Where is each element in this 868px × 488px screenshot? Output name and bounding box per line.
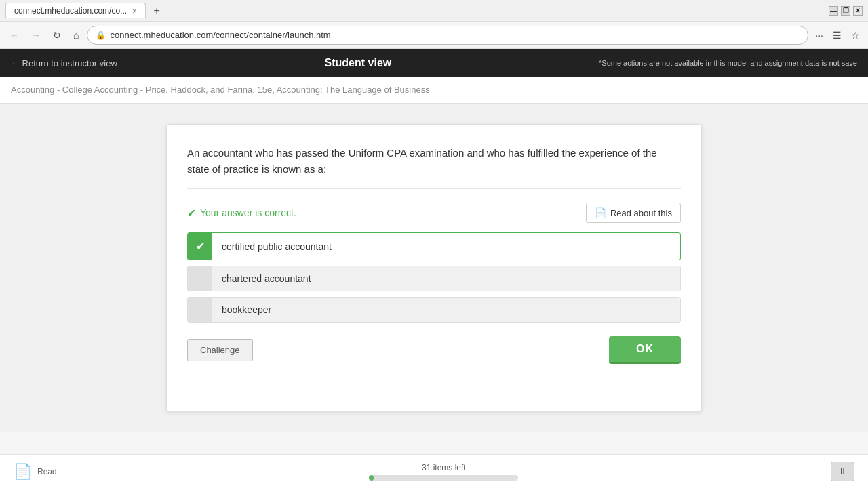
active-tab[interactable]: connect.mheducation.com/co... ×	[5, 3, 146, 18]
pocket-button[interactable]: ☰	[830, 27, 844, 43]
read-label: Read	[37, 467, 57, 476]
tab-close-button[interactable]: ×	[132, 7, 136, 15]
pause-button[interactable]: ⏸	[831, 462, 854, 481]
correct-text: Your answer is correct.	[200, 207, 296, 218]
url-text: connect.mheducation.com/connect/containe…	[110, 30, 330, 40]
browser-title-bar: connect.mheducation.com/co... × + — ❐ ✕	[0, 0, 868, 22]
breadcrumb-bar: Accounting - College Accounting - Price,…	[0, 77, 868, 104]
main-content: An accountant who has passed the Uniform…	[0, 104, 868, 432]
breadcrumb: Accounting - College Accounting - Price,…	[11, 85, 430, 95]
reload-button[interactable]: ↻	[49, 27, 65, 43]
read-about-label: Read about this	[610, 208, 672, 218]
neutral-indicator-3	[188, 298, 212, 322]
security-icon: 🔒	[96, 30, 106, 40]
answer-option-3[interactable]: bookkeeper	[187, 297, 681, 323]
progress-bar	[369, 475, 518, 481]
bottom-bar: 📄 Read 31 items left ⏸	[0, 454, 868, 488]
read-section: 📄 Read	[14, 463, 57, 481]
forward-button[interactable]: →	[27, 27, 45, 43]
challenge-button[interactable]: Challenge	[187, 339, 253, 361]
address-bar[interactable]: 🔒 connect.mheducation.com/connect/contai…	[87, 26, 808, 45]
window-controls: — ❐ ✕	[829, 6, 863, 16]
progress-section: 31 items left	[369, 463, 518, 481]
document-icon: 📄	[595, 207, 606, 218]
browser-extras: ··· ☰ ☆	[812, 27, 863, 43]
browser-chrome: connect.mheducation.com/co... × + — ❐ ✕ …	[0, 0, 868, 49]
question-text: An accountant who has passed the Uniform…	[187, 145, 681, 189]
neutral-indicator-2	[188, 266, 212, 291]
more-button[interactable]: ···	[812, 27, 826, 43]
home-button[interactable]: ⌂	[69, 27, 83, 43]
ok-button[interactable]: OK	[609, 336, 681, 364]
new-tab-button[interactable]: +	[150, 3, 164, 18]
question-card: An accountant who has passed the Uniform…	[166, 124, 702, 411]
read-about-button[interactable]: 📄 Read about this	[586, 203, 681, 223]
correct-indicator: ✔	[188, 233, 212, 260]
restore-button[interactable]: ❐	[841, 6, 850, 16]
navigation-bar: ← → ↻ ⌂ 🔒 connect.mheducation.com/connec…	[0, 22, 868, 49]
minimize-button[interactable]: —	[829, 6, 838, 16]
answer-options: ✔ certified public accountant chartered …	[187, 232, 681, 323]
bookmark-button[interactable]: ☆	[848, 27, 863, 43]
answer-option-2[interactable]: chartered accountant	[187, 266, 681, 291]
app-header: ← Return to instructor view Student view…	[0, 49, 868, 77]
action-row: Challenge OK	[187, 336, 681, 364]
close-window-button[interactable]: ✕	[853, 6, 863, 16]
answer-text-2: chartered accountant	[212, 266, 680, 291]
result-row: ✔ Your answer is correct. 📄 Read about t…	[187, 203, 681, 223]
progress-bar-fill	[369, 475, 374, 481]
tab-url: connect.mheducation.com/co...	[14, 6, 127, 16]
answer-text-3: bookkeeper	[212, 298, 680, 322]
student-view-title: Student view	[325, 57, 392, 69]
warning-message: *Some actions are not available in this …	[599, 59, 857, 67]
answer-option-1[interactable]: ✔ certified public accountant	[187, 232, 681, 260]
return-to-instructor-link[interactable]: ← Return to instructor view	[11, 58, 117, 68]
items-left-text: 31 items left	[422, 463, 466, 472]
read-document-icon: 📄	[14, 463, 32, 481]
correct-message: ✔ Your answer is correct.	[187, 207, 296, 220]
check-icon: ✔	[187, 207, 196, 220]
back-button[interactable]: ←	[5, 27, 23, 43]
answer-text-1: certified public accountant	[212, 235, 680, 259]
